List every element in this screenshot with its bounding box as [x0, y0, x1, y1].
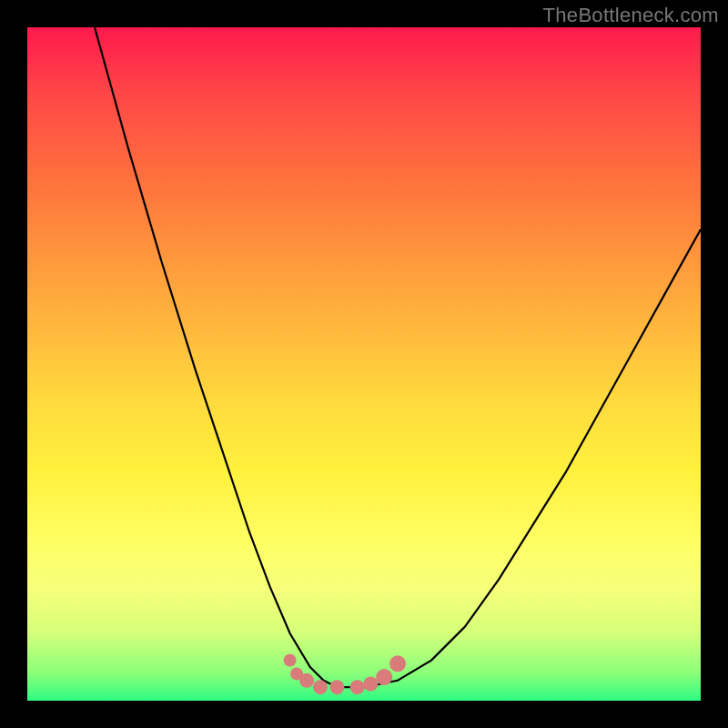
- sweet-spot-dot: [363, 677, 378, 692]
- sweet-spot-dot: [389, 655, 406, 672]
- sweet-spot-dot: [376, 669, 392, 685]
- sweet-spot-dots: [284, 654, 406, 695]
- sweet-spot-dot: [284, 654, 297, 667]
- sweet-spot-dot: [313, 680, 328, 694]
- curve-layer: [27, 27, 701, 701]
- bottleneck-curve: [95, 27, 701, 687]
- sweet-spot-dot: [329, 680, 344, 694]
- sweet-spot-dot: [299, 673, 314, 688]
- chart-stage: TheBottleneck.com: [0, 0, 728, 728]
- sweet-spot-dot: [350, 680, 365, 694]
- watermark-text: TheBottleneck.com: [543, 4, 719, 27]
- gradient-plot-area: [27, 27, 701, 701]
